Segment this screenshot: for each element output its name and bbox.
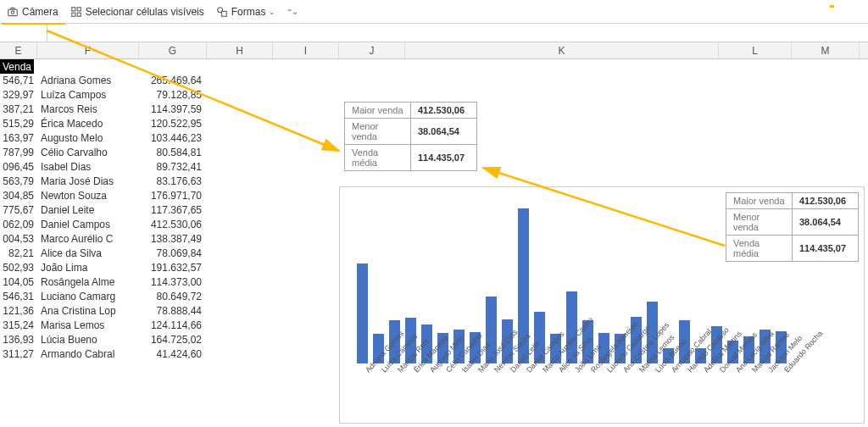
cell[interactable]: 004,53 [0,232,34,247]
cell[interactable]: João Lima [41,261,139,275]
cell[interactable]: Augusto Melo [41,131,139,146]
cell[interactable]: 121,36 [0,304,34,319]
cell[interactable]: Luciano Camarg [41,290,139,304]
maior-value-2: 412.530,06 [793,193,859,209]
cell[interactable]: 315,24 [0,319,34,333]
cell[interactable]: 062,09 [0,218,34,232]
camera-button[interactable]: Câmera [7,6,58,18]
cell[interactable]: 80.649,72 [139,290,202,304]
cell[interactable]: 124.114,66 [139,319,202,333]
cell[interactable]: Isabel Dias [41,160,139,175]
col-header-e[interactable]: E [0,42,37,58]
chart[interactable]: Adriana GomesLuíza CamposMarcos ReisÉric… [339,186,865,424]
cell[interactable]: 117.367,65 [139,203,202,218]
media-value: 114.435,07 [411,145,477,171]
cell[interactable]: 546,71 [0,74,34,88]
venda-header: Venda [0,59,34,74]
cell[interactable]: 412.530,06 [139,218,202,232]
column-headers: E F G H I J K L M [0,42,868,59]
cell[interactable]: 138.387,49 [139,232,202,247]
cell[interactable]: 79.128,85 [139,88,202,103]
cell[interactable]: Daniel Campos [41,218,139,232]
cell[interactable]: Lúcia Bueno [41,333,139,347]
cell[interactable]: Luíza Campos [41,88,139,103]
cell[interactable]: 80.584,81 [139,146,202,160]
cell[interactable]: Maria José Dias [41,175,139,189]
cell[interactable]: Alice da Silva [41,247,139,261]
cell[interactable]: 136,93 [0,333,34,347]
formula-bar[interactable] [0,24,868,42]
col-header-j[interactable]: J [339,42,405,58]
svg-rect-0 [8,9,18,16]
cell[interactable]: Adriana Gomes [41,74,139,88]
media-value-2: 114.435,07 [793,236,859,262]
select-visible-button[interactable]: Selecionar células visíveis [70,6,204,18]
cell[interactable]: Marcos Reis [41,103,139,117]
cell[interactable]: 114.397,59 [139,103,202,117]
svg-rect-5 [77,13,81,16]
overflow-icon: ⁼⌄ [287,7,298,16]
col-header-f[interactable]: F [37,42,139,58]
cell[interactable]: 387,21 [0,103,34,117]
cell[interactable]: Marco Aurélio C [41,232,139,247]
cell[interactable]: Rosângela Alme [41,275,139,290]
cell[interactable]: Ana Cristina Lop [41,304,139,319]
cell[interactable]: Newton Souza [41,189,139,203]
col-header-i[interactable]: I [273,42,339,58]
toolbar: Câmera Selecionar células visíveis Forma… [0,0,868,24]
cell[interactable]: 120.522,95 [139,117,202,131]
menor-label-2: Menor venda [726,209,793,236]
stats-box-picture[interactable]: Maior venda412.530,06 Menor venda38.064,… [344,102,477,171]
col-header-k[interactable]: K [405,42,719,58]
chevron-down-icon: ⌄ [269,8,275,16]
col-header-g[interactable]: G [139,42,207,58]
cell[interactable]: 775,67 [0,203,34,218]
cell[interactable]: 311,27 [0,347,34,362]
cell[interactable]: Armando Cabral [41,347,139,362]
cell[interactable]: 787,99 [0,146,34,160]
cell[interactable]: 329,97 [0,88,34,103]
media-label: Venda média [345,145,411,171]
cell[interactable]: 191.632,57 [139,261,202,275]
cell[interactable]: Marisa Lemos [41,319,139,333]
cell[interactable]: 41.424,60 [139,347,202,362]
shapes-label: Formas [231,6,266,18]
stats-box-inchart[interactable]: Maior venda412.530,06 Menor venda38.064,… [726,192,859,262]
cell[interactable]: Célio Carvalho [41,146,139,160]
overflow-button[interactable]: ⁼⌄ [287,7,298,16]
cell[interactable]: 104,05 [0,275,34,290]
cell[interactable]: 89.732,41 [139,160,202,175]
cell[interactable]: 78.069,84 [139,247,202,261]
menor-value-2: 38.064,54 [793,209,859,236]
cell[interactable]: 096,45 [0,160,34,175]
col-header-h[interactable]: H [207,42,273,58]
cell[interactable]: 176.971,70 [139,189,202,203]
cell[interactable]: Érica Macedo [41,117,139,131]
cell[interactable]: 82,21 [0,247,34,261]
cell[interactable]: Daniel Leite [41,203,139,218]
sheet-area[interactable]: Venda 546,71 329,97 387,21 515,29 163,97… [0,59,868,427]
grid-icon [70,6,82,18]
col-header-m[interactable]: M [792,42,860,58]
svg-rect-7 [221,11,226,16]
menor-label: Menor venda [345,119,411,145]
cell[interactable]: 563,79 [0,175,34,189]
name-box[interactable] [0,24,47,42]
shapes-button[interactable]: Formas ⌄ [216,6,276,18]
cell[interactable]: 78.888,44 [139,304,202,319]
cell[interactable]: 103.446,23 [139,131,202,146]
svg-rect-4 [71,13,75,16]
cell[interactable]: 515,29 [0,117,34,131]
svg-point-1 [11,10,14,13]
cell[interactable]: 83.176,63 [139,175,202,189]
cell[interactable]: 502,93 [0,261,34,275]
cell[interactable]: 164.725,02 [139,333,202,347]
col-header-l[interactable]: L [719,42,792,58]
chart-bar [357,263,368,363]
cell[interactable]: 114.373,00 [139,275,202,290]
shapes-icon [216,6,228,18]
cell[interactable]: 265.469,64 [139,74,202,88]
cell[interactable]: 163,97 [0,131,34,146]
cell[interactable]: 546,31 [0,290,34,304]
cell[interactable]: 304,85 [0,189,34,203]
